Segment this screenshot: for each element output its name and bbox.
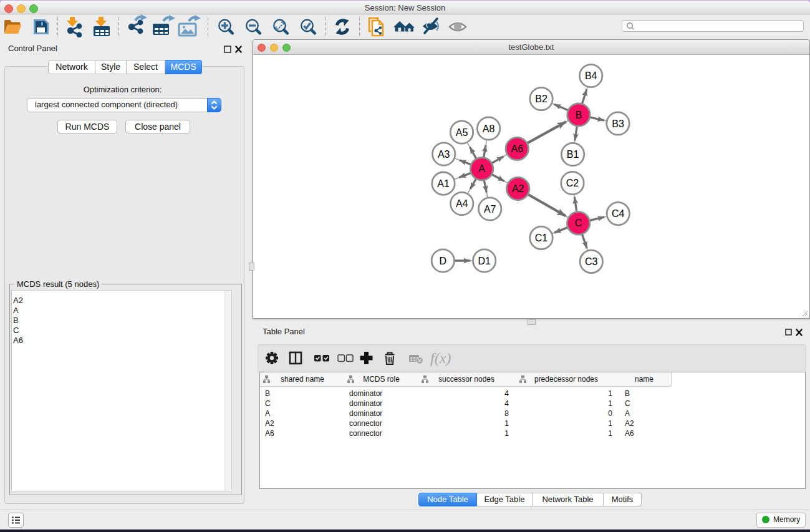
svg-text:A2: A2 (512, 183, 524, 194)
svg-text:C2: C2 (566, 178, 579, 188)
svg-text:A8: A8 (483, 123, 495, 134)
svg-text:A: A (478, 163, 485, 174)
svg-text:B1: B1 (567, 149, 579, 160)
svg-text:A5: A5 (456, 127, 468, 138)
svg-text:D1: D1 (478, 256, 491, 266)
svg-text:C: C (575, 218, 582, 228)
svg-text:A3: A3 (438, 149, 450, 160)
svg-text:A4: A4 (456, 198, 468, 209)
svg-text:C4: C4 (612, 208, 625, 219)
svg-text:A6: A6 (511, 143, 524, 154)
svg-text:D: D (440, 256, 447, 266)
svg-text:B3: B3 (612, 118, 624, 129)
svg-text:C1: C1 (535, 233, 548, 243)
svg-text:B2: B2 (535, 94, 547, 104)
svg-text:B4: B4 (585, 70, 597, 81)
svg-text:f(x): f(x) (430, 350, 451, 366)
svg-text:A1: A1 (437, 178, 450, 189)
svg-text:A7: A7 (484, 204, 496, 215)
svg-text:B: B (576, 110, 582, 120)
svg-text:C3: C3 (585, 256, 598, 267)
